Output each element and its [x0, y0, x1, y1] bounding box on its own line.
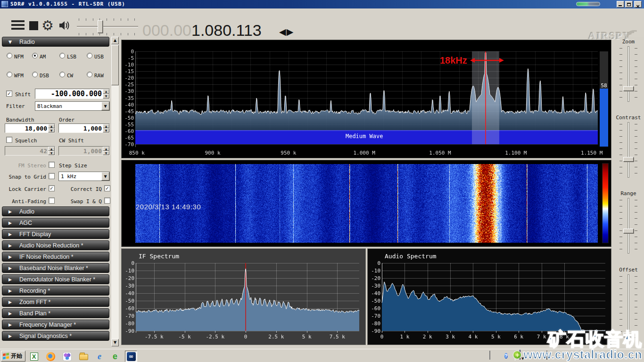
anti-fading-checkbox[interactable] — [49, 197, 55, 204]
volume-ticks-bottom — [79, 33, 135, 35]
slider-groove[interactable] — [627, 122, 629, 178]
start-button[interactable]: 开始 — [1, 351, 25, 362]
mode-radio-am[interactable] — [32, 53, 38, 58]
contrast-slider-label: Contrast — [613, 115, 644, 121]
panel-header-audio-noise-reduction[interactable]: ▶Audio Noise Reduction * — [2, 240, 109, 250]
titlebar[interactable]: SDR# v1.0.0.1655 - RTL-SDR (USB) × — [0, 0, 644, 8]
tune-up-arrow[interactable]: ▶ — [287, 26, 294, 37]
spectrum-canvas[interactable] — [122, 40, 611, 158]
zoom-slider-thumb[interactable] — [623, 86, 634, 91]
filter-dropdown-arrow-icon[interactable]: ▼ — [101, 102, 109, 110]
speaker-icon[interactable] — [59, 20, 71, 33]
step-size-dropdown[interactable]: 1 kHz ▼ — [58, 172, 110, 181]
shift-input[interactable] — [35, 89, 103, 99]
zoom-slider[interactable] — [613, 45, 644, 103]
mode-radio-cw[interactable] — [59, 72, 65, 77]
waterfall-canvas[interactable] — [135, 164, 598, 243]
panel-header-band-plan[interactable]: ▶Band Plan * — [2, 308, 109, 318]
mode-radio-nfm[interactable] — [7, 53, 12, 58]
slider-ticks — [619, 276, 622, 342]
panel-header-if-noise-reduction[interactable]: ▶IF Noise Reduction * — [2, 252, 109, 262]
mode-radio-dsb[interactable] — [32, 72, 38, 77]
scroll-down-icon[interactable]: ▼ — [111, 339, 119, 346]
offset-slider[interactable] — [613, 273, 644, 345]
shift-checkbox[interactable]: ✓ — [6, 90, 12, 97]
volume-track[interactable] — [77, 26, 138, 27]
panel-header-frequency-manager[interactable]: ▶Frequency Manager * — [2, 320, 109, 329]
panel-header-agc[interactable]: ▶AGC — [2, 218, 109, 228]
range-slider[interactable] — [613, 197, 644, 255]
panel-header-audio[interactable]: ▶Audio — [2, 206, 109, 216]
mode-radio-wfm[interactable] — [7, 72, 12, 77]
chevron-right-icon: ▶ — [8, 277, 12, 282]
bandwidth-input[interactable] — [5, 124, 48, 132]
panel-header-recording[interactable]: ▶Recording * — [2, 286, 109, 296]
quicklaunch-internet-explorer[interactable]: e — [94, 351, 105, 362]
spectrum-display-panel — [122, 40, 611, 158]
swap-iq-checkbox[interactable] — [104, 197, 110, 204]
panel-header-demodulator-noise-blanker[interactable]: ▶Demodulator Noise Blanker * — [2, 274, 109, 284]
contrast-slider[interactable] — [613, 121, 644, 179]
slider-groove[interactable] — [627, 46, 629, 102]
filter-dropdown[interactable]: Blackman ▼ — [35, 101, 110, 111]
taskbar-sdrsharp-active[interactable]: ∞ — [125, 351, 137, 362]
quicklaunch-app-cluster[interactable] — [62, 351, 72, 362]
offset-slider-thumb[interactable] — [623, 332, 634, 337]
close-button[interactable]: × — [634, 1, 642, 8]
shift-spinner[interactable]: ▲▼ — [103, 89, 109, 99]
contrast-slider-thumb[interactable] — [623, 157, 634, 162]
mode-label-am: AM — [40, 54, 46, 60]
quicklaunch-excel[interactable]: X — [29, 351, 39, 362]
volume-slider[interactable] — [77, 18, 138, 35]
settings-gear-icon[interactable]: ⚙ — [41, 19, 54, 33]
tray-list[interactable] — [546, 351, 547, 360]
range-slider-thumb[interactable] — [623, 229, 634, 233]
panel-header-fft-display[interactable]: ▶FFT Display — [2, 229, 109, 239]
step-size-dropdown-arrow-icon[interactable]: ▼ — [101, 172, 109, 181]
quicklaunch-firefox[interactable] — [45, 351, 56, 362]
stop-button[interactable] — [29, 21, 38, 30]
radio-panel-header[interactable]: ▼ Radio — [2, 37, 109, 47]
order-spinner[interactable]: ▲▼ — [103, 124, 109, 132]
panel-header-label: Audio Noise Reduction * — [19, 242, 83, 249]
tray-messenger[interactable]: ➤ — [533, 351, 537, 360]
scrollbar-thumb[interactable] — [111, 45, 119, 85]
tray-keyboard[interactable] — [489, 351, 490, 360]
swap-iq-label: Swap I & Q — [61, 198, 102, 205]
fm-stereo-label: FM Stereo — [5, 163, 46, 169]
correct-iq-checkbox[interactable]: ✓ — [104, 185, 110, 191]
snap-to-grid-checkbox[interactable] — [49, 173, 55, 179]
mode-radio-raw[interactable] — [87, 72, 92, 77]
mode-radio-lsb[interactable] — [59, 53, 65, 58]
sidebar-scrollbar[interactable]: ▲ ▼ — [111, 37, 119, 347]
order-input[interactable] — [59, 124, 103, 132]
frequency-lit-digits[interactable]: 1.080.113 — [191, 21, 262, 39]
panel-header-zoom-fft[interactable]: ▶Zoom FFT * — [2, 297, 109, 307]
menu-button[interactable] — [11, 20, 25, 31]
lock-carrier-checkbox[interactable]: ✓ — [49, 185, 55, 191]
offset-slider-label: Offset — [613, 267, 644, 273]
step-size-label: Step Size — [59, 163, 87, 169]
restore-button[interactable] — [625, 1, 633, 8]
slider-ticks — [635, 48, 637, 100]
tune-down-arrow[interactable]: ◀ — [279, 26, 287, 37]
quicklaunch-browser-360[interactable]: e — [110, 351, 120, 362]
squelch-checkbox[interactable] — [6, 137, 12, 143]
volume-thumb[interactable] — [98, 20, 103, 33]
minimize-button[interactable] — [617, 1, 624, 8]
bandwidth-spinner[interactable]: ▲▼ — [48, 124, 55, 132]
panel-header-signal-diagnostics[interactable]: ▶Signal Diagnostics * — [2, 331, 109, 341]
keyboard-icon — [489, 351, 490, 360]
volume-ticks-top — [79, 18, 135, 21]
quicklaunch-folder[interactable] — [78, 351, 89, 362]
zoom-slider-label: Zoom — [613, 39, 644, 45]
mode-radio-usb[interactable] — [87, 53, 92, 58]
chevron-right-icon: ▶ — [8, 288, 12, 293]
frequency-dim-digits[interactable]: 000.00 — [142, 21, 191, 39]
frequency-display[interactable]: 000.001.080.113 — [142, 22, 262, 38]
scroll-up-icon[interactable]: ▲ — [111, 37, 119, 44]
panel-header-baseband-noise-blanker[interactable]: ▶Baseband Noise Blanker * — [2, 263, 109, 273]
tray-help[interactable]: ? — [504, 351, 508, 360]
slider-groove[interactable] — [627, 198, 629, 254]
tray-window-toggle[interactable]: ▼ — [520, 351, 520, 360]
